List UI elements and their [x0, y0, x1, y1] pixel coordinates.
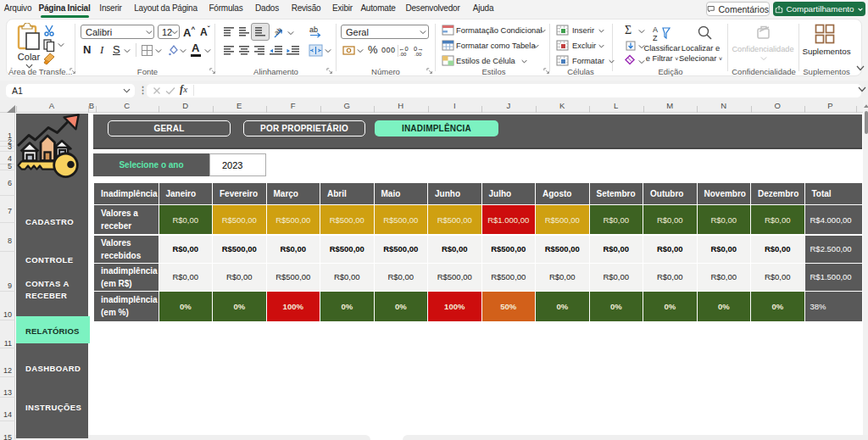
svg-text:.00: .00: [415, 52, 422, 57]
svg-text:.00: .00: [399, 52, 407, 57]
svg-text:Z: Z: [653, 34, 658, 42]
svg-text:A: A: [653, 25, 658, 34]
svg-text:ab: ab: [309, 25, 318, 34]
svg-text:ab: ab: [273, 26, 284, 36]
